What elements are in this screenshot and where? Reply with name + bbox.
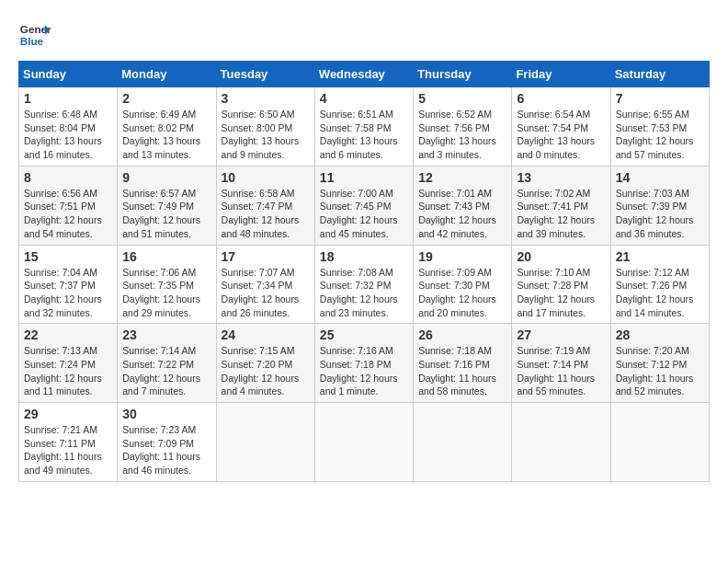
day-number: 7: [616, 91, 704, 106]
day-number: 8: [24, 170, 112, 185]
day-number: 6: [517, 91, 605, 106]
day-info: Sunrise: 6:51 AMSunset: 7:58 PMDaylight:…: [320, 109, 398, 160]
header: General Blue: [18, 18, 710, 52]
calendar-cell: 17Sunrise: 7:07 AMSunset: 7:34 PMDayligh…: [216, 245, 314, 324]
day-number: 28: [616, 327, 704, 342]
calendar-week-row: 22Sunrise: 7:13 AMSunset: 7:24 PMDayligh…: [19, 324, 710, 403]
day-number: 11: [320, 170, 408, 185]
day-info: Sunrise: 7:15 AMSunset: 7:20 PMDaylight:…: [222, 345, 300, 396]
day-info: Sunrise: 6:50 AMSunset: 8:00 PMDaylight:…: [222, 109, 300, 160]
day-number: 16: [122, 249, 210, 264]
day-info: Sunrise: 7:14 AMSunset: 7:22 PMDaylight:…: [122, 345, 200, 396]
day-info: Sunrise: 6:52 AMSunset: 7:56 PMDaylight:…: [418, 109, 496, 160]
day-info: Sunrise: 6:57 AMSunset: 7:49 PMDaylight:…: [122, 188, 200, 239]
day-info: Sunrise: 7:18 AMSunset: 7:16 PMDaylight:…: [418, 345, 496, 396]
calendar-cell: 29Sunrise: 7:21 AMSunset: 7:11 PMDayligh…: [19, 403, 118, 482]
calendar-cell: 24Sunrise: 7:15 AMSunset: 7:20 PMDayligh…: [216, 324, 314, 403]
calendar-cell: 10Sunrise: 6:58 AMSunset: 7:47 PMDayligh…: [216, 166, 314, 245]
day-number: 29: [24, 407, 112, 421]
day-info: Sunrise: 7:10 AMSunset: 7:28 PMDaylight:…: [517, 267, 595, 318]
day-info: Sunrise: 7:09 AMSunset: 7:30 PMDaylight:…: [418, 267, 496, 318]
day-number: 2: [122, 91, 210, 106]
weekday-header-sunday: Sunday: [19, 62, 118, 87]
day-number: 18: [320, 249, 408, 264]
calendar-cell: 22Sunrise: 7:13 AMSunset: 7:24 PMDayligh…: [19, 324, 118, 403]
calendar-cell: 6Sunrise: 6:54 AMSunset: 7:54 PMDaylight…: [512, 87, 610, 167]
day-number: 5: [418, 91, 506, 106]
calendar-cell: 25Sunrise: 7:16 AMSunset: 7:18 PMDayligh…: [314, 324, 413, 403]
day-number: 13: [517, 170, 605, 185]
svg-text:Blue: Blue: [20, 35, 44, 47]
day-info: Sunrise: 7:07 AMSunset: 7:34 PMDaylight:…: [222, 267, 300, 318]
calendar-cell: 30Sunrise: 7:23 AMSunset: 7:09 PMDayligh…: [118, 403, 216, 482]
logo: General Blue: [18, 18, 51, 52]
day-info: Sunrise: 6:48 AMSunset: 8:04 PMDaylight:…: [24, 109, 102, 160]
weekday-header-friday: Friday: [512, 62, 610, 87]
day-number: 14: [616, 170, 704, 185]
day-info: Sunrise: 7:00 AMSunset: 7:45 PMDaylight:…: [320, 188, 398, 239]
calendar-cell: 4Sunrise: 6:51 AMSunset: 7:58 PMDaylight…: [314, 87, 413, 167]
calendar-cell: 11Sunrise: 7:00 AMSunset: 7:45 PMDayligh…: [314, 166, 413, 245]
day-info: Sunrise: 7:19 AMSunset: 7:14 PMDaylight:…: [517, 345, 595, 396]
calendar-cell: 7Sunrise: 6:55 AMSunset: 7:53 PMDaylight…: [610, 87, 709, 167]
weekday-header-tuesday: Tuesday: [216, 62, 314, 87]
calendar-cell: 15Sunrise: 7:04 AMSunset: 7:37 PMDayligh…: [19, 245, 118, 324]
day-number: 4: [320, 91, 408, 106]
day-info: Sunrise: 7:01 AMSunset: 7:43 PMDaylight:…: [418, 188, 496, 239]
day-number: 17: [222, 249, 310, 264]
day-number: 22: [24, 327, 112, 342]
calendar-cell: 28Sunrise: 7:20 AMSunset: 7:12 PMDayligh…: [610, 324, 709, 403]
day-info: Sunrise: 7:16 AMSunset: 7:18 PMDaylight:…: [320, 345, 398, 396]
calendar-cell: [512, 403, 610, 482]
day-info: Sunrise: 6:55 AMSunset: 7:53 PMDaylight:…: [616, 109, 694, 160]
day-number: 30: [122, 407, 210, 421]
calendar-cell: 23Sunrise: 7:14 AMSunset: 7:22 PMDayligh…: [118, 324, 216, 403]
calendar-week-row: 29Sunrise: 7:21 AMSunset: 7:11 PMDayligh…: [19, 403, 710, 482]
day-number: 27: [517, 327, 605, 342]
calendar-cell: 12Sunrise: 7:01 AMSunset: 7:43 PMDayligh…: [414, 166, 512, 245]
day-number: 25: [320, 327, 408, 342]
day-number: 3: [222, 91, 310, 106]
day-info: Sunrise: 6:54 AMSunset: 7:54 PMDaylight:…: [517, 109, 595, 160]
day-number: 15: [24, 249, 112, 264]
calendar-week-row: 8Sunrise: 6:56 AMSunset: 7:51 PMDaylight…: [19, 166, 710, 245]
calendar-week-row: 1Sunrise: 6:48 AMSunset: 8:04 PMDaylight…: [19, 87, 710, 167]
day-info: Sunrise: 7:04 AMSunset: 7:37 PMDaylight:…: [24, 267, 102, 318]
calendar-cell: 5Sunrise: 6:52 AMSunset: 7:56 PMDaylight…: [414, 87, 512, 167]
calendar-cell: 27Sunrise: 7:19 AMSunset: 7:14 PMDayligh…: [512, 324, 610, 403]
calendar-week-row: 15Sunrise: 7:04 AMSunset: 7:37 PMDayligh…: [19, 245, 710, 324]
weekday-header-row: SundayMondayTuesdayWednesdayThursdayFrid…: [19, 62, 710, 87]
calendar-cell: 19Sunrise: 7:09 AMSunset: 7:30 PMDayligh…: [414, 245, 512, 324]
day-number: 10: [222, 170, 310, 185]
calendar-table: SundayMondayTuesdayWednesdayThursdayFrid…: [18, 61, 710, 482]
day-info: Sunrise: 7:06 AMSunset: 7:35 PMDaylight:…: [122, 267, 200, 318]
calendar-cell: 8Sunrise: 6:56 AMSunset: 7:51 PMDaylight…: [19, 166, 118, 245]
calendar-cell: 1Sunrise: 6:48 AMSunset: 8:04 PMDaylight…: [19, 87, 118, 167]
weekday-header-monday: Monday: [118, 62, 216, 87]
calendar-cell: 18Sunrise: 7:08 AMSunset: 7:32 PMDayligh…: [314, 245, 413, 324]
logo-icon: General Blue: [18, 18, 51, 52]
calendar-cell: 14Sunrise: 7:03 AMSunset: 7:39 PMDayligh…: [610, 166, 709, 245]
calendar-cell: 21Sunrise: 7:12 AMSunset: 7:26 PMDayligh…: [610, 245, 709, 324]
weekday-header-wednesday: Wednesday: [314, 62, 413, 87]
weekday-header-thursday: Thursday: [414, 62, 512, 87]
day-number: 23: [122, 327, 210, 342]
day-number: 1: [24, 91, 112, 106]
day-info: Sunrise: 7:12 AMSunset: 7:26 PMDaylight:…: [616, 267, 694, 318]
day-info: Sunrise: 7:02 AMSunset: 7:41 PMDaylight:…: [517, 188, 595, 239]
day-number: 21: [616, 249, 704, 264]
calendar-cell: [414, 403, 512, 482]
calendar-cell: 9Sunrise: 6:57 AMSunset: 7:49 PMDaylight…: [118, 166, 216, 245]
day-info: Sunrise: 6:49 AMSunset: 8:02 PMDaylight:…: [122, 109, 200, 160]
day-info: Sunrise: 7:03 AMSunset: 7:39 PMDaylight:…: [616, 188, 694, 239]
calendar-cell: [610, 403, 709, 482]
calendar-cell: 2Sunrise: 6:49 AMSunset: 8:02 PMDaylight…: [118, 87, 216, 167]
calendar-cell: [216, 403, 314, 482]
day-info: Sunrise: 7:21 AMSunset: 7:11 PMDaylight:…: [24, 424, 102, 476]
day-info: Sunrise: 7:08 AMSunset: 7:32 PMDaylight:…: [320, 267, 398, 318]
day-info: Sunrise: 6:56 AMSunset: 7:51 PMDaylight:…: [24, 188, 102, 239]
day-number: 12: [418, 170, 506, 185]
day-number: 19: [418, 249, 506, 264]
calendar-cell: [314, 403, 413, 482]
calendar-cell: 26Sunrise: 7:18 AMSunset: 7:16 PMDayligh…: [414, 324, 512, 403]
